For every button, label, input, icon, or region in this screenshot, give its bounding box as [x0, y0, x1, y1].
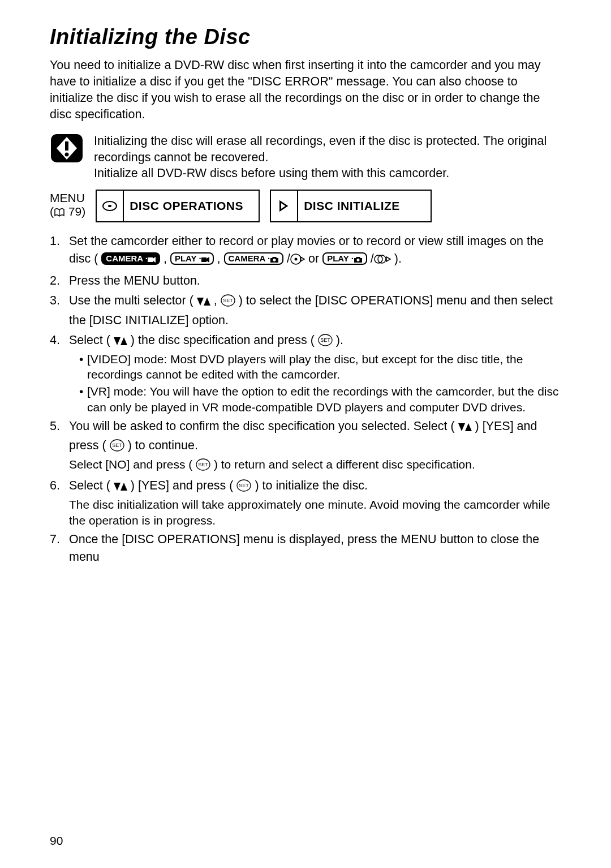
play-movie-badge: PLAY · — [170, 252, 214, 265]
menu-page-number: 79 — [68, 205, 81, 218]
svg-point-5 — [108, 205, 111, 207]
set-button-icon: SET — [196, 458, 210, 475]
menu-box-2-label: DISC INITIALIZE — [298, 199, 412, 213]
menu-box-disc-operations: DISC OPERATIONS — [96, 190, 260, 222]
menu-box-1-label: DISC OPERATIONS — [124, 199, 256, 213]
single-image-play-icon — [290, 252, 305, 270]
step-3: Use the multi selector ( , SET ) to sele… — [50, 292, 561, 329]
camera-movie-badge: CAMERA · — [101, 252, 160, 265]
step-1-end: ). — [394, 252, 402, 265]
svg-text:SET: SET — [239, 483, 249, 488]
step-6-text-a: Select ( — [69, 479, 114, 492]
step-4-sub-1: [VIDEO] mode: Most DVD players will play… — [79, 351, 561, 383]
svg-rect-6 — [148, 257, 153, 262]
svg-point-8 — [273, 259, 276, 261]
step-1: Set the camcorder either to record or pl… — [50, 233, 561, 270]
warning-block: Initializing the disc will erase all rec… — [50, 133, 561, 182]
step-6: Select ( ) [YES] and press ( SET ) to in… — [50, 477, 561, 528]
step-5: You will be asked to confirm the disc sp… — [50, 418, 561, 475]
svg-rect-1 — [65, 141, 68, 151]
step-4-text-b: ) the disc specification and press ( — [127, 333, 318, 347]
step-2: Press the MENU button. — [50, 272, 561, 290]
svg-text:SET: SET — [112, 442, 122, 448]
page-number: 90 — [50, 834, 63, 848]
camera-photo-badge: CAMERA · — [224, 252, 284, 265]
step-5-sub-b: ) to return and select a different disc … — [210, 458, 475, 471]
warning-icon — [50, 133, 84, 164]
menu-box-disc-initialize: DISC INITIALIZE — [270, 190, 432, 222]
step-5-sub-a: Select [NO] and press ( — [69, 458, 196, 471]
warning-line-1: Initializing the disc will erase all rec… — [94, 133, 561, 165]
step-5-text-c: ) to continue. — [124, 439, 198, 452]
play-photo-badge: PLAY · — [322, 252, 367, 265]
step-4-text-c: ). — [333, 333, 343, 347]
svg-point-10 — [295, 257, 298, 260]
up-down-icon — [114, 479, 127, 496]
disc-icon — [97, 191, 124, 221]
step-7: Once the [DISC OPERATIONS] menu is displ… — [50, 531, 561, 566]
steps-list: Set the camcorder either to record or pl… — [50, 233, 561, 566]
up-down-icon — [197, 294, 210, 311]
set-button-icon: SET — [110, 439, 124, 457]
menu-path-row: MENU ( 79) DISC OPERATIONS — [50, 190, 561, 222]
step-4-text-a: Select ( — [69, 333, 114, 347]
svg-point-2 — [65, 153, 69, 157]
step-6-sub: The disc initialization will take approx… — [69, 497, 561, 528]
menu-label: MENU — [50, 191, 85, 205]
step-3-text-a: Use the multi selector ( — [69, 294, 197, 307]
up-down-icon — [114, 333, 127, 351]
multi-image-play-icon — [374, 252, 391, 270]
play-arrow-icon — [271, 191, 298, 221]
set-button-icon: SET — [318, 334, 333, 351]
up-down-icon — [458, 419, 472, 437]
svg-text:SET: SET — [223, 298, 233, 303]
step-1-or: or — [308, 252, 322, 265]
step-5-text-a: You will be asked to confirm the disc sp… — [69, 419, 458, 433]
step-6-text-c: ) to initialize the disc. — [251, 479, 368, 492]
warning-line-2: Initialize all DVD-RW discs before using… — [94, 165, 561, 182]
svg-rect-7 — [201, 257, 206, 262]
intro-paragraph: You need to initialize a DVD-RW disc whe… — [50, 57, 561, 123]
step-4-sub-2: [VR] mode: You will have the option to e… — [79, 384, 561, 415]
svg-point-11 — [356, 259, 359, 261]
set-button-icon: SET — [236, 479, 251, 497]
set-button-icon: SET — [221, 294, 235, 312]
svg-text:SET: SET — [198, 462, 208, 467]
book-icon — [54, 207, 65, 220]
page-title: Initializing the Disc — [50, 25, 561, 49]
step-4: Select ( ) the disc specification and pr… — [50, 332, 561, 416]
step-6-text-b: ) [YES] and press ( — [127, 479, 237, 492]
menu-page-ref: ( 79) — [50, 205, 85, 220]
svg-text:SET: SET — [320, 337, 330, 343]
